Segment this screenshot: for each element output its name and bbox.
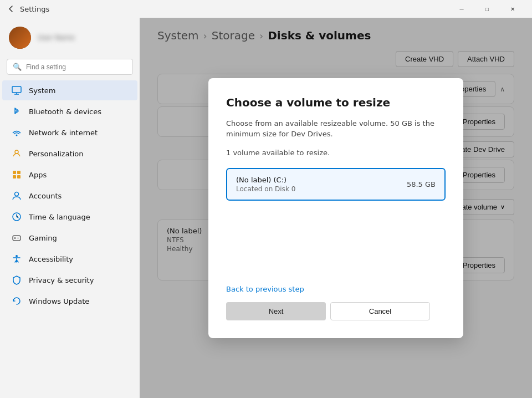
search-input[interactable] xyxy=(26,63,127,71)
sidebar-item-bluetooth[interactable]: Bluetooth & devices xyxy=(2,101,137,121)
dialog-spacer xyxy=(226,210,446,276)
dialog-description: Choose from an available resizeable volu… xyxy=(226,118,446,140)
sidebar-item-personalization-label: Personalization xyxy=(29,150,84,158)
sidebar-item-apps[interactable]: Apps xyxy=(2,165,137,185)
app-title: Settings xyxy=(20,5,49,13)
volume-size: 58.5 GB xyxy=(407,180,436,188)
svg-point-14 xyxy=(18,238,19,239)
sidebar-item-accounts[interactable]: Accounts xyxy=(2,186,137,206)
svg-point-15 xyxy=(16,255,18,257)
svg-rect-0 xyxy=(12,86,21,93)
maximize-button[interactable]: □ xyxy=(474,0,500,18)
app-container: User Name 🔍 System Bluetooth & devices N… xyxy=(0,18,532,398)
svg-point-9 xyxy=(15,192,19,196)
user-section: User Name xyxy=(0,22,140,58)
next-button[interactable]: Next xyxy=(226,302,326,320)
system-icon xyxy=(11,85,22,96)
minimize-button[interactable]: ─ xyxy=(449,0,474,18)
svg-rect-6 xyxy=(17,171,21,174)
sidebar-item-apps-label: Apps xyxy=(29,171,47,179)
sidebar-item-system-label: System xyxy=(29,86,55,95)
sidebar-item-network-label: Network & internet xyxy=(29,129,98,137)
sidebar-item-update-label: Windows Update xyxy=(29,297,89,305)
sidebar-item-privacy[interactable]: Privacy & security xyxy=(2,270,137,290)
sidebar: User Name 🔍 System Bluetooth & devices N… xyxy=(0,18,140,398)
sidebar-item-bluetooth-label: Bluetooth & devices xyxy=(29,108,101,116)
dialog-footer: Next Cancel xyxy=(226,302,446,320)
main-content: System › Storage › Disks & volumes Creat… xyxy=(140,18,532,398)
back-icon[interactable] xyxy=(7,4,16,13)
volume-location: Located on Disk 0 xyxy=(236,185,295,193)
avatar xyxy=(9,27,31,49)
sidebar-item-system[interactable]: System xyxy=(2,80,137,100)
close-button[interactable]: ✕ xyxy=(500,0,525,18)
search-box[interactable]: 🔍 xyxy=(7,59,133,75)
sidebar-item-update[interactable]: Windows Update xyxy=(2,291,137,311)
sidebar-item-time[interactable]: Time & language xyxy=(2,207,137,227)
cancel-button[interactable]: Cancel xyxy=(330,302,430,320)
accessibility-icon xyxy=(11,253,22,264)
accounts-icon xyxy=(11,190,22,201)
gaming-icon xyxy=(11,232,22,243)
svg-rect-8 xyxy=(17,175,21,178)
personalization-icon xyxy=(11,148,22,159)
sidebar-item-network[interactable]: Network & internet xyxy=(2,123,137,142)
sidebar-item-time-label: Time & language xyxy=(29,213,90,221)
user-name: User Name xyxy=(38,34,75,42)
choose-volume-dialog: Choose a volume to resize Choose from an… xyxy=(208,78,463,338)
dialog-volumes-available: 1 volume available to resize. xyxy=(226,149,446,157)
sidebar-item-gaming[interactable]: Gaming xyxy=(2,228,137,248)
svg-rect-5 xyxy=(13,171,16,174)
sidebar-item-accessibility-label: Accessibility xyxy=(29,255,73,263)
network-icon xyxy=(11,127,22,138)
svg-rect-11 xyxy=(13,236,21,241)
svg-point-3 xyxy=(16,135,18,136)
apps-icon xyxy=(11,169,22,180)
sidebar-item-personalization[interactable]: Personalization xyxy=(2,144,137,164)
search-icon: 🔍 xyxy=(13,63,22,71)
back-link[interactable]: Back to previous step xyxy=(226,285,446,293)
privacy-icon xyxy=(11,274,22,285)
sidebar-item-gaming-label: Gaming xyxy=(29,234,57,242)
titlebar: Settings ─ □ ✕ xyxy=(0,0,532,18)
sidebar-item-accessibility[interactable]: Accessibility xyxy=(2,249,137,269)
volume-option[interactable]: (No label) (C:) Located on Disk 0 58.5 G… xyxy=(226,168,446,201)
volume-label: (No label) (C:) xyxy=(236,176,295,184)
sidebar-item-accounts-label: Accounts xyxy=(29,192,62,200)
dialog-title: Choose a volume to resize xyxy=(226,96,446,109)
svg-rect-7 xyxy=(13,175,16,178)
window-controls: ─ □ ✕ xyxy=(449,0,525,18)
time-icon xyxy=(11,211,22,222)
svg-point-4 xyxy=(15,150,18,154)
bluetooth-icon xyxy=(11,106,22,117)
update-icon xyxy=(11,295,22,307)
dialog-overlay: Choose a volume to resize Choose from an… xyxy=(140,18,532,398)
sidebar-item-privacy-label: Privacy & security xyxy=(29,276,94,284)
